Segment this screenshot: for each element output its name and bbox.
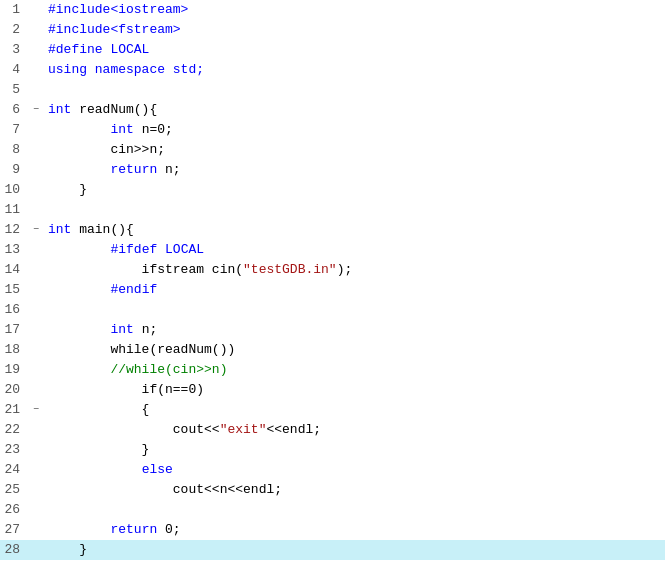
code-content: //while(cin>>n) [44,360,665,380]
code-line: 27 return 0; [0,520,665,540]
code-line: 2#include<fstream> [0,20,665,40]
code-line: 17 int n; [0,320,665,340]
code-content: } [44,440,665,460]
line-number: 5 [0,80,28,100]
code-content: cin>>n; [44,140,665,160]
code-content: return n; [44,160,665,180]
code-content: #include<fstream> [44,20,665,40]
code-line: 15 #endif [0,280,665,300]
line-number: 13 [0,240,28,260]
code-content: #include<iostream> [44,0,665,20]
line-number: 8 [0,140,28,160]
line-number: 7 [0,120,28,140]
code-content: while(readNum()) [44,340,665,360]
code-line: 7 int n=0; [0,120,665,140]
code-line: 13 #ifdef LOCAL [0,240,665,260]
line-number: 25 [0,480,28,500]
code-line: 28 } [0,540,665,560]
code-content: int n; [44,320,665,340]
line-number: 1 [0,0,28,20]
line-number: 2 [0,20,28,40]
code-line: 9 return n; [0,160,665,180]
code-line: 26 [0,500,665,520]
code-content: int main(){ [44,220,665,240]
code-content: int readNum(){ [44,100,665,120]
line-number: 9 [0,160,28,180]
line-number: 15 [0,280,28,300]
code-line: 18 while(readNum()) [0,340,665,360]
code-line: 14 ifstream cin("testGDB.in"); [0,260,665,280]
code-line: 19 //while(cin>>n) [0,360,665,380]
code-content: cout<<n<<endl; [44,480,665,500]
code-content: cout<<"exit"<<endl; [44,420,665,440]
code-editor: 1#include<iostream>2#include<fstream>3#d… [0,0,665,582]
line-number: 6 [0,100,28,120]
line-number: 4 [0,60,28,80]
line-number: 23 [0,440,28,460]
line-number: 19 [0,360,28,380]
line-number: 22 [0,420,28,440]
code-content: ifstream cin("testGDB.in"); [44,260,665,280]
line-number: 26 [0,500,28,520]
code-line: 1#include<iostream> [0,0,665,20]
line-number: 20 [0,380,28,400]
line-number: 14 [0,260,28,280]
line-number: 10 [0,180,28,200]
code-line: 22 cout<<"exit"<<endl; [0,420,665,440]
code-content: { [44,400,665,420]
code-content: #endif [44,280,665,300]
fold-button[interactable]: − [28,100,44,120]
code-line: 25 cout<<n<<endl; [0,480,665,500]
code-content: using namespace std; [44,60,665,80]
code-line: 6−int readNum(){ [0,100,665,120]
code-content: int n=0; [44,120,665,140]
line-number: 3 [0,40,28,60]
line-number: 21 [0,400,28,420]
code-line: 20 if(n==0) [0,380,665,400]
code-content: return 0; [44,520,665,540]
line-number: 28 [0,540,28,560]
code-content: } [44,180,665,200]
line-number: 11 [0,200,28,220]
fold-button[interactable]: − [28,220,44,240]
code-line: 4using namespace std; [0,60,665,80]
line-number: 12 [0,220,28,240]
code-content: #define LOCAL [44,40,665,60]
code-line: 21− { [0,400,665,420]
line-number: 18 [0,340,28,360]
code-content: } [44,540,665,560]
fold-button[interactable]: − [28,400,44,420]
code-content: else [44,460,665,480]
code-line: 10 } [0,180,665,200]
code-line: 23 } [0,440,665,460]
code-line: 24 else [0,460,665,480]
code-line: 3#define LOCAL [0,40,665,60]
line-number: 17 [0,320,28,340]
code-content: #ifdef LOCAL [44,240,665,260]
code-line: 5 [0,80,665,100]
code-content: if(n==0) [44,380,665,400]
code-line: 11 [0,200,665,220]
line-number: 24 [0,460,28,480]
line-number: 27 [0,520,28,540]
code-line: 12−int main(){ [0,220,665,240]
code-line: 8 cin>>n; [0,140,665,160]
code-line: 16 [0,300,665,320]
line-number: 16 [0,300,28,320]
